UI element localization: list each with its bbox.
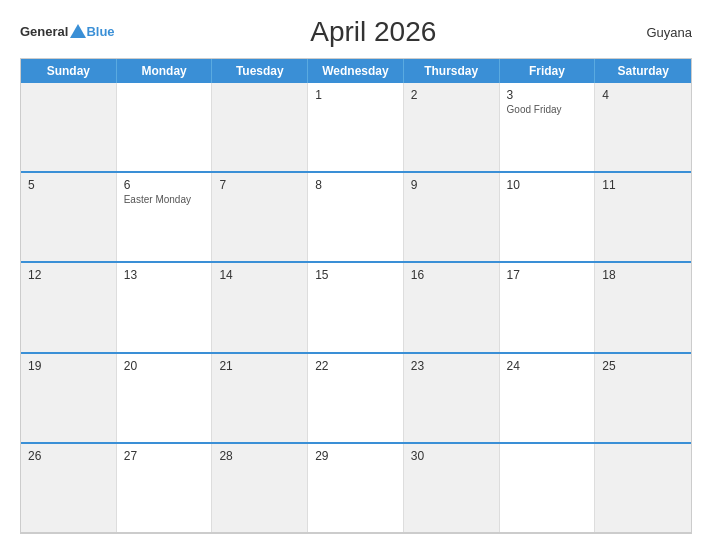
calendar-cell: 18 [595, 263, 691, 351]
day-number: 23 [411, 359, 492, 373]
calendar-body: 123Good Friday456Easter Monday7891011121… [21, 83, 691, 533]
calendar-cell: 6Easter Monday [117, 173, 213, 261]
calendar-cell: 10 [500, 173, 596, 261]
calendar-cell: 13 [117, 263, 213, 351]
country-label: Guyana [632, 25, 692, 40]
day-number: 20 [124, 359, 205, 373]
weekday-header-wednesday: Wednesday [308, 59, 404, 83]
calendar-cell: 23 [404, 354, 500, 442]
day-number: 12 [28, 268, 109, 282]
calendar-cell: 14 [212, 263, 308, 351]
day-number: 17 [507, 268, 588, 282]
day-number: 10 [507, 178, 588, 192]
day-number: 18 [602, 268, 684, 282]
weekday-header-saturday: Saturday [595, 59, 691, 83]
logo-triangle-icon [70, 24, 86, 38]
calendar-cell: 3Good Friday [500, 83, 596, 171]
day-number: 25 [602, 359, 684, 373]
day-number: 16 [411, 268, 492, 282]
day-number: 27 [124, 449, 205, 463]
calendar-cell: 15 [308, 263, 404, 351]
calendar-cell: 25 [595, 354, 691, 442]
calendar-cell: 22 [308, 354, 404, 442]
day-number: 6 [124, 178, 205, 192]
calendar-cell: 19 [21, 354, 117, 442]
weekday-header-friday: Friday [500, 59, 596, 83]
calendar-cell [500, 444, 596, 532]
calendar-row-1: 56Easter Monday7891011 [21, 173, 691, 263]
day-number: 26 [28, 449, 109, 463]
calendar-cell: 24 [500, 354, 596, 442]
calendar-cell: 12 [21, 263, 117, 351]
day-number: 7 [219, 178, 300, 192]
weekday-header-monday: Monday [117, 59, 213, 83]
weekday-header-thursday: Thursday [404, 59, 500, 83]
logo: General Blue [20, 25, 115, 39]
calendar-cell: 9 [404, 173, 500, 261]
day-number: 15 [315, 268, 396, 282]
day-number: 2 [411, 88, 492, 102]
day-number: 11 [602, 178, 684, 192]
calendar-cell: 17 [500, 263, 596, 351]
calendar-cell: 5 [21, 173, 117, 261]
calendar-row-0: 123Good Friday4 [21, 83, 691, 173]
calendar-row-3: 19202122232425 [21, 354, 691, 444]
weekday-header-row: SundayMondayTuesdayWednesdayThursdayFrid… [21, 59, 691, 83]
day-number: 1 [315, 88, 396, 102]
calendar-row-4: 2627282930 [21, 444, 691, 533]
calendar-cell: 7 [212, 173, 308, 261]
calendar-cell: 1 [308, 83, 404, 171]
day-number: 28 [219, 449, 300, 463]
calendar-cell: 2 [404, 83, 500, 171]
day-number: 8 [315, 178, 396, 192]
logo-general-text: General [20, 25, 68, 39]
day-number: 24 [507, 359, 588, 373]
calendar-cell [117, 83, 213, 171]
calendar-cell: 30 [404, 444, 500, 532]
day-number: 29 [315, 449, 396, 463]
logo-blue-text: Blue [86, 25, 114, 39]
holiday-label: Good Friday [507, 104, 588, 116]
calendar-grid: SundayMondayTuesdayWednesdayThursdayFrid… [20, 58, 692, 534]
calendar-cell: 20 [117, 354, 213, 442]
calendar-cell [212, 83, 308, 171]
weekday-header-tuesday: Tuesday [212, 59, 308, 83]
calendar-cell: 26 [21, 444, 117, 532]
calendar-cell: 16 [404, 263, 500, 351]
calendar-cell: 28 [212, 444, 308, 532]
day-number: 19 [28, 359, 109, 373]
day-number: 9 [411, 178, 492, 192]
day-number: 4 [602, 88, 684, 102]
calendar-cell [21, 83, 117, 171]
calendar-page: General Blue April 2026 Guyana SundayMon… [0, 0, 712, 550]
calendar-cell: 27 [117, 444, 213, 532]
calendar-cell [595, 444, 691, 532]
holiday-label: Easter Monday [124, 194, 205, 206]
calendar-cell: 8 [308, 173, 404, 261]
calendar-cell: 21 [212, 354, 308, 442]
calendar-cell: 29 [308, 444, 404, 532]
calendar-title: April 2026 [115, 16, 632, 48]
day-number: 5 [28, 178, 109, 192]
day-number: 22 [315, 359, 396, 373]
page-header: General Blue April 2026 Guyana [20, 16, 692, 48]
calendar-cell: 11 [595, 173, 691, 261]
day-number: 3 [507, 88, 588, 102]
day-number: 30 [411, 449, 492, 463]
weekday-header-sunday: Sunday [21, 59, 117, 83]
day-number: 21 [219, 359, 300, 373]
calendar-row-2: 12131415161718 [21, 263, 691, 353]
day-number: 14 [219, 268, 300, 282]
day-number: 13 [124, 268, 205, 282]
calendar-cell: 4 [595, 83, 691, 171]
